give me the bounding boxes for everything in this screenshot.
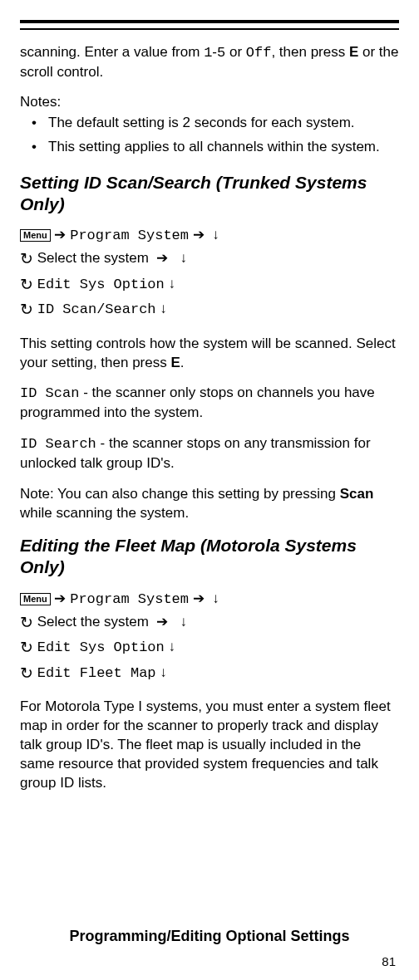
menu-item: Program System xyxy=(70,591,189,607)
scroll-icon: ↻ xyxy=(20,297,33,322)
paragraph: This setting controls how the system wil… xyxy=(20,335,399,373)
arrow-right-icon: ➔ xyxy=(193,227,205,243)
menu-item: Edit Fleet Map xyxy=(37,665,156,681)
text: Note: You can also change this setting b… xyxy=(20,486,340,502)
nav-line: ↻ Edit Sys Option ↓ xyxy=(20,272,399,297)
menu-key-icon: Menu xyxy=(20,593,51,605)
arrow-down-icon: ↓ xyxy=(169,639,176,654)
key-E: E xyxy=(170,355,180,370)
arrow-down-icon: ↓ xyxy=(160,301,167,316)
nav-line: Menu ➔ Program System ➔ ↓ xyxy=(20,223,399,247)
menu-item: Edit Sys Option xyxy=(37,277,165,292)
arrow-down-icon: ↓ xyxy=(169,276,176,292)
nav-text: Select the system xyxy=(37,250,149,266)
nav-sequence: Menu ➔ Program System ➔ ↓ ↻ Select the s… xyxy=(20,223,399,322)
section-heading-fleet-map: Editing the Fleet Map (Motorola Systems … xyxy=(20,535,399,579)
nav-line: ↻ Edit Fleet Map ↓ xyxy=(20,661,399,686)
nav-line: ↻ Edit Sys Option ↓ xyxy=(20,635,399,660)
arrow-right-icon: ➔ xyxy=(54,590,66,606)
paragraph: ID Search - the scanner stops on any tra… xyxy=(20,434,399,473)
menu-item: Program System xyxy=(70,228,189,243)
scroll-icon: ↻ xyxy=(20,661,33,686)
menu-key-icon: Menu xyxy=(20,229,51,242)
section-heading-id-scan: Setting ID Scan/Search (Trunked Systems … xyxy=(20,172,399,216)
code: Off xyxy=(246,45,272,61)
option-name: ID Scan xyxy=(20,385,79,401)
top-rule-thin xyxy=(20,28,399,30)
menu-item: Edit Sys Option xyxy=(37,639,165,655)
nav-sequence: Menu ➔ Program System ➔ ↓ ↻ Select the s… xyxy=(20,587,399,686)
paragraph: For Motorola Type I systems, you must en… xyxy=(20,698,399,793)
scroll-icon: ↻ xyxy=(20,635,33,660)
nav-line: Menu ➔ Program System ➔ ↓ xyxy=(20,587,399,610)
arrow-right-icon: ➔ xyxy=(54,227,66,243)
text: This setting controls how the system wil… xyxy=(20,336,396,370)
key-scan: Scan xyxy=(340,486,374,502)
code: 1 xyxy=(204,45,212,61)
key-E: E xyxy=(349,44,358,60)
nav-line: ↻ ID Scan/Search ↓ xyxy=(20,297,399,322)
code: 5 xyxy=(217,45,225,61)
text: while scanning the system. xyxy=(20,505,189,521)
notes-list: The default setting is 2 seconds for eac… xyxy=(20,114,399,157)
scroll-icon: ↻ xyxy=(20,272,33,297)
nav-line: ↻ Select the system ➔ ↓ xyxy=(20,247,399,272)
text: scanning. Enter a value from xyxy=(20,44,204,60)
arrow-right-icon: ➔ xyxy=(156,614,168,630)
arrow-right-icon: ➔ xyxy=(193,590,205,606)
option-name: ID Search xyxy=(20,436,96,452)
nav-line: ↻ Select the system ➔ ↓ xyxy=(20,610,399,635)
nav-text: Select the system xyxy=(37,614,149,630)
text: , then press xyxy=(271,44,349,60)
footer-title: Programming/Editing Optional Settings xyxy=(0,928,419,945)
arrow-down-icon: ↓ xyxy=(160,664,167,680)
list-item: This setting applies to all channels wit… xyxy=(20,138,399,157)
top-rule-thick xyxy=(20,20,399,23)
menu-item: ID Scan/Search xyxy=(37,301,156,317)
scroll-icon: ↻ xyxy=(20,610,33,635)
intro-paragraph: scanning. Enter a value from 1-5 or Off,… xyxy=(20,43,399,82)
notes-label: Notes: xyxy=(20,94,399,110)
paragraph: Note: You can also change this setting b… xyxy=(20,485,399,523)
text: . xyxy=(180,355,185,370)
page-number: 81 xyxy=(382,954,396,968)
arrow-right-icon: ➔ xyxy=(156,250,168,266)
arrow-down-icon: ↓ xyxy=(180,614,188,630)
scroll-icon: ↻ xyxy=(20,247,33,272)
list-item: The default setting is 2 seconds for eac… xyxy=(20,114,399,133)
text: or xyxy=(225,44,246,60)
arrow-down-icon: ↓ xyxy=(180,250,188,266)
arrow-down-icon: ↓ xyxy=(212,227,219,243)
paragraph: ID Scan - the scanner only stops on chan… xyxy=(20,384,399,423)
arrow-down-icon: ↓ xyxy=(212,590,219,606)
